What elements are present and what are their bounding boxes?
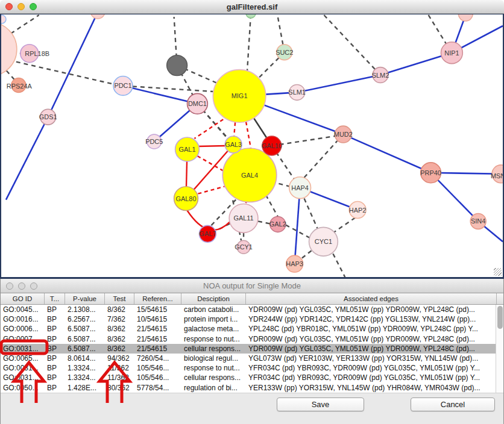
cell-p_value: 1.3324... xyxy=(65,363,105,373)
zoom-button[interactable] xyxy=(30,282,37,290)
cell-edges: YFR034C (pd) YBR093C, YDR009W (pd) YGL03… xyxy=(246,373,497,382)
column-header-desciption[interactable]: Desciption xyxy=(181,293,246,304)
network-edge xyxy=(300,251,312,260)
cell-description: response to nut... xyxy=(181,363,246,373)
table-row-5[interactable]: GO:0031...BP6.5087...8/36221/54615cellul… xyxy=(1,344,503,354)
node-label-hap2: HAP2 xyxy=(349,207,367,214)
network-edge xyxy=(246,122,251,148)
table-row-2[interactable]: GO:0016...BP6.2567...7/36210/54615protei… xyxy=(1,314,503,324)
cell-go_id: GO:0031... xyxy=(1,344,45,354)
column-header-associated-edges[interactable]: Associated edges xyxy=(246,293,497,304)
cell-p_value: 6.5087... xyxy=(65,324,105,334)
node-label-slm1: SLM1 xyxy=(288,89,306,96)
window-controls xyxy=(6,279,37,293)
network-window-title: galFiltered.sif xyxy=(227,2,278,11)
table-row-9[interactable]: GO:0050...BP1.428E...80/3625778/54...reg… xyxy=(1,383,503,393)
resize-grip[interactable] xyxy=(494,268,502,276)
vertical-scrollbar xyxy=(496,305,503,393)
cell-type: BP xyxy=(45,334,65,344)
zoom-button[interactable] xyxy=(30,3,37,10)
network-node-gray-node[interactable] xyxy=(167,55,187,76)
cell-reference: 7260/54... xyxy=(134,354,181,363)
node-label-hap3: HAP3 xyxy=(286,260,303,267)
cell-go_id: GO:0016... xyxy=(1,314,45,324)
table-row-6[interactable]: GO:0065...BP8.0614...94/3627260/54...bio… xyxy=(1,354,503,363)
network-edge xyxy=(198,187,224,194)
network-edge xyxy=(333,254,345,277)
network-edge xyxy=(247,14,251,71)
node-label-rps24a: RPS24A xyxy=(7,83,33,90)
network-node-top-pink[interactable] xyxy=(90,14,105,19)
node-label-gcy1: GCY1 xyxy=(235,243,253,251)
network-edge xyxy=(297,75,380,93)
network-node-left-hub[interactable] xyxy=(1,22,17,76)
window-controls xyxy=(5,0,37,13)
cell-type: BP xyxy=(45,354,65,363)
save-button[interactable]: Save xyxy=(277,398,364,411)
cell-edges: YPL248C (pd) YBR018C, YML051W (pp) YDR00… xyxy=(246,324,497,334)
node-label-pdc5: PDC5 xyxy=(145,138,163,145)
network-node-corner[interactable] xyxy=(1,15,6,23)
node-label-msn: MSN xyxy=(491,172,503,179)
minimize-button[interactable] xyxy=(17,3,25,10)
cell-test: 8/362 xyxy=(105,305,134,314)
table-row-3[interactable]: GO:0006...BP6.5087...8/36221/54615galact… xyxy=(1,324,503,334)
node-label-slm2: SLM2 xyxy=(372,72,389,79)
node-label-gal4: GAL4 xyxy=(241,172,258,179)
minimize-button[interactable] xyxy=(18,282,25,290)
results-table: GO:0045...BP2.1308...8/36215/54615carbon… xyxy=(1,305,503,393)
network-node-green-sliver[interactable] xyxy=(246,14,256,18)
cancel-button[interactable]: Cancel xyxy=(411,398,495,411)
cell-test: 11/362 xyxy=(105,373,134,382)
cell-edges: YDR009W (pd) YGL035C, YML051W (pp) YDR00… xyxy=(246,344,497,354)
column-header-t-[interactable]: T... xyxy=(45,293,65,304)
cell-type: BP xyxy=(45,324,65,334)
column-header-test[interactable]: Test xyxy=(105,293,134,304)
table-row-1[interactable]: GO:0045...BP2.1308...8/36215/54615carbon… xyxy=(1,305,503,314)
network-canvas[interactable]: RPL18BRPS24APDC1GDS1MIG1DMC1SUC2NIP1SLM2… xyxy=(0,14,504,279)
network-node-topright[interactable] xyxy=(458,14,473,21)
scrollbar-thumb[interactable] xyxy=(497,306,503,329)
cell-reference: 21/54615 xyxy=(134,324,181,334)
cell-type: BP xyxy=(45,383,65,393)
cell-description: protein import i... xyxy=(181,314,246,324)
cell-description: carbon cataboli... xyxy=(181,305,246,314)
node-label-rpl18b: RPL18B xyxy=(25,50,49,57)
cell-description: biological regul... xyxy=(181,354,246,363)
node-label-prp40: PRP40 xyxy=(420,169,441,176)
cell-test: 8/362 xyxy=(105,344,134,354)
cell-description: galactose meta... xyxy=(181,324,246,334)
cell-p_value: 8.0614... xyxy=(65,354,105,363)
cell-p_value: 6.5087... xyxy=(65,344,105,354)
node-label-gal1: GAL1 xyxy=(179,146,196,153)
column-header-go-id[interactable]: GO ID xyxy=(1,293,45,304)
network-edge xyxy=(123,86,197,104)
column-header-p-value[interactable]: P-value xyxy=(65,293,105,304)
table-row-8[interactable]: GO:0031...BP1.3324...11/362105/546...cel… xyxy=(1,373,503,382)
close-button[interactable] xyxy=(5,3,13,10)
network-edge xyxy=(324,15,380,75)
cell-type: BP xyxy=(45,305,65,314)
cell-edges: YFR034C (pd) YBR093C, YDR009W (pd) YGL03… xyxy=(246,363,497,373)
cell-reference: 5778/54... xyxy=(134,383,181,393)
cell-go_id: GO:0065... xyxy=(1,354,45,363)
node-label-gal80: GAL80 xyxy=(175,195,196,202)
cell-edges: YDR244W (pp) YDR142C, YDR142C (pp) YGL15… xyxy=(246,314,497,324)
table-row-7[interactable]: GO:0031...BP1.3324...11/362105/546...res… xyxy=(1,363,503,373)
cell-test: 94/362 xyxy=(105,354,134,363)
node-label-gal3: GAL3 xyxy=(225,141,242,148)
cell-reference: 105/546... xyxy=(134,363,181,373)
column-header-referen-[interactable]: Referen... xyxy=(134,293,181,304)
cell-go_id: GO:0045... xyxy=(1,305,45,314)
noa-window-titlebar[interactable]: NOA output for Single Mode xyxy=(1,279,503,293)
close-button[interactable] xyxy=(6,282,13,290)
cell-go_id: GO:0007... xyxy=(1,334,45,344)
network-edge xyxy=(343,134,430,173)
cell-description: response to nut... xyxy=(181,334,246,344)
table-row-4[interactable]: GO:0007...BP6.5087...8/36221/54615respon… xyxy=(1,334,503,344)
network-window-titlebar[interactable]: galFiltered.sif xyxy=(0,0,504,14)
network-edge xyxy=(304,199,318,230)
network-edge xyxy=(295,188,300,264)
cell-reference: 15/54615 xyxy=(134,305,181,314)
cell-go_id: GO:0006... xyxy=(1,324,45,334)
